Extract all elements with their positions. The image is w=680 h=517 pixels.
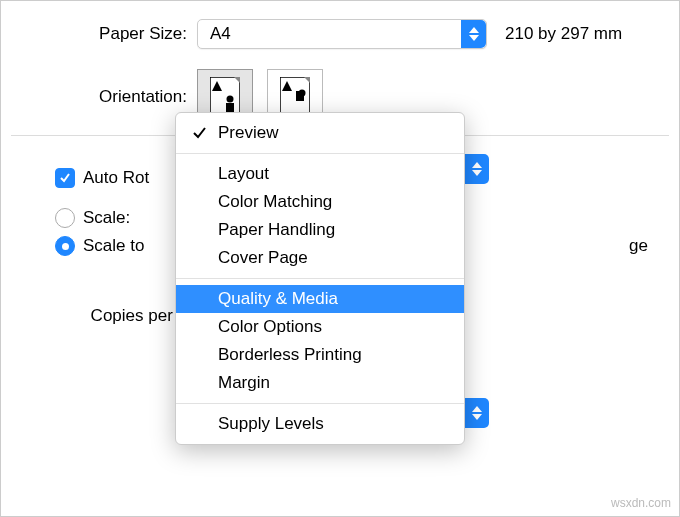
scale-radio[interactable]: [55, 208, 75, 228]
svg-rect-7: [280, 77, 310, 117]
paper-size-label: Paper Size:: [11, 24, 197, 44]
scale-label: Scale:: [83, 208, 130, 228]
checkmark-icon: [192, 124, 206, 144]
popup-separator: [176, 278, 464, 279]
scale-to-fit-label: Scale to: [83, 236, 144, 256]
popup-item-layout[interactable]: Layout: [176, 160, 464, 188]
copies-select-cap-icon[interactable]: [465, 398, 489, 428]
popup-item-supply-levels[interactable]: Supply Levels: [176, 410, 464, 438]
popup-separator: [176, 153, 464, 154]
popup-item-label: Paper Handling: [218, 220, 335, 239]
portrait-icon: [210, 77, 240, 117]
popup-item-cover-page[interactable]: Cover Page: [176, 244, 464, 272]
paper-size-select[interactable]: A4: [197, 19, 487, 49]
svg-rect-2: [210, 77, 240, 117]
scale-to-fit-radio[interactable]: [55, 236, 75, 256]
popup-item-paper-handling[interactable]: Paper Handling: [176, 216, 464, 244]
dropdown-caps-icon: [461, 20, 486, 48]
popup-item-label: Color Matching: [218, 192, 332, 211]
svg-rect-11: [296, 91, 304, 101]
popup-item-label: Margin: [218, 373, 270, 392]
popup-item-quality-media[interactable]: Quality & Media: [176, 285, 464, 313]
orientation-label: Orientation:: [11, 87, 197, 107]
pane-select-cap-icon[interactable]: [465, 154, 489, 184]
scale-to-fit-right-fragment: ge: [629, 236, 679, 256]
popup-item-label: Layout: [218, 164, 269, 183]
popup-item-preview[interactable]: Preview: [176, 119, 464, 147]
svg-marker-12: [472, 162, 482, 168]
svg-marker-1: [469, 35, 479, 41]
svg-marker-0: [469, 27, 479, 33]
svg-marker-13: [472, 170, 482, 176]
popup-item-label: Supply Levels: [218, 414, 324, 433]
popup-separator: [176, 403, 464, 404]
pane-popup-menu: Preview Layout Color Matching Paper Hand…: [175, 112, 465, 445]
svg-point-5: [227, 96, 234, 103]
watermark-text: wsxdn.com: [611, 496, 671, 510]
popup-item-margin[interactable]: Margin: [176, 369, 464, 397]
popup-item-label: Borderless Printing: [218, 345, 362, 364]
auto-rotate-checkbox[interactable]: [55, 168, 75, 188]
popup-item-borderless-printing[interactable]: Borderless Printing: [176, 341, 464, 369]
svg-marker-14: [472, 406, 482, 412]
svg-marker-15: [472, 414, 482, 420]
landscape-icon: [280, 77, 310, 117]
popup-item-label: Color Options: [218, 317, 322, 336]
popup-item-color-matching[interactable]: Color Matching: [176, 188, 464, 216]
popup-item-label: Preview: [218, 123, 278, 142]
paper-size-hint: 210 by 297 mm: [505, 24, 622, 44]
popup-item-label: Quality & Media: [218, 289, 338, 308]
copies-per-page-label: Copies per p: [11, 306, 197, 326]
paper-size-value: A4: [210, 24, 231, 44]
popup-item-color-options[interactable]: Color Options: [176, 313, 464, 341]
popup-item-label: Cover Page: [218, 248, 308, 267]
auto-rotate-label: Auto Rot: [83, 168, 149, 188]
